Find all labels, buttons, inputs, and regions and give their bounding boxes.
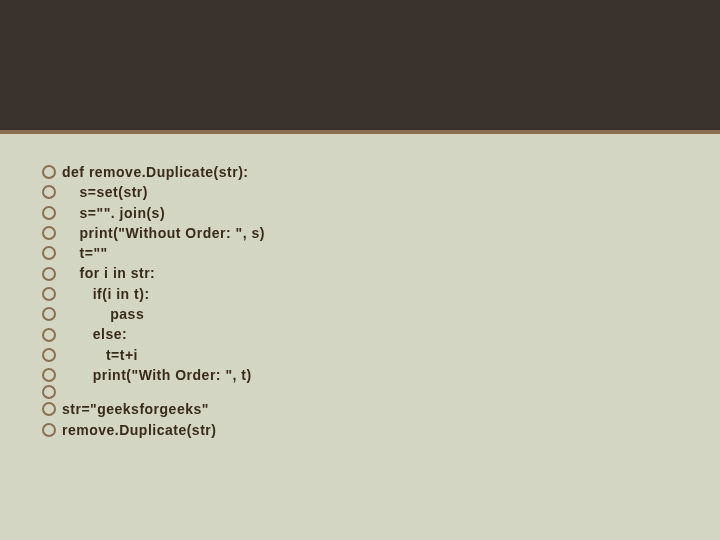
code-line: print("Without Order: ", s) [42, 223, 678, 243]
code-line: s=set(str) [42, 182, 678, 202]
code-line: t=t+i [42, 345, 678, 365]
code-text: else: [62, 324, 127, 344]
code-line: s="". join(s) [42, 203, 678, 223]
bullet-icon [42, 287, 56, 301]
bullet-icon [42, 226, 56, 240]
code-text: s=set(str) [62, 182, 148, 202]
code-text: t=t+i [62, 345, 138, 365]
bullet-icon [42, 246, 56, 260]
header-band [0, 0, 720, 134]
code-line: pass [42, 304, 678, 324]
code-text: print("With Order: ", t) [62, 365, 252, 385]
bullet-icon [42, 328, 56, 342]
code-text: str="geeksforgeeks" [62, 399, 209, 419]
code-line: print("With Order: ", t) [42, 365, 678, 385]
code-text: print("Without Order: ", s) [62, 223, 265, 243]
bullet-icon [42, 385, 56, 399]
code-line: def remove.Duplicate(str): [42, 162, 678, 182]
bullet-icon [42, 185, 56, 199]
code-line: if(i in t): [42, 284, 678, 304]
bullet-icon [42, 402, 56, 416]
code-content: def remove.Duplicate(str): s=set(str) s=… [0, 134, 720, 468]
code-text: def remove.Duplicate(str): [62, 162, 248, 182]
bullet-icon [42, 348, 56, 362]
bullet-icon [42, 307, 56, 321]
code-text: t="" [62, 243, 108, 263]
bullet-icon [42, 267, 56, 281]
code-line [42, 385, 678, 399]
code-line: remove.Duplicate(str) [42, 420, 678, 440]
code-line: else: [42, 324, 678, 344]
bullet-icon [42, 368, 56, 382]
code-line: for i in str: [42, 263, 678, 283]
bullet-icon [42, 206, 56, 220]
code-text: s="". join(s) [62, 203, 165, 223]
code-line: t="" [42, 243, 678, 263]
code-text: pass [62, 304, 144, 324]
bullet-icon [42, 423, 56, 437]
bullet-icon [42, 165, 56, 179]
code-line: str="geeksforgeeks" [42, 399, 678, 419]
code-text: remove.Duplicate(str) [62, 420, 216, 440]
code-text: for i in str: [62, 263, 155, 283]
code-text: if(i in t): [62, 284, 150, 304]
